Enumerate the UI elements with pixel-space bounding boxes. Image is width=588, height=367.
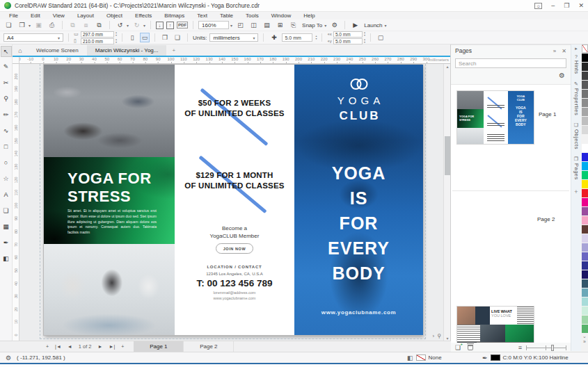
launch-label[interactable]: Launch: [364, 22, 382, 28]
menu-file[interactable]: File: [3, 13, 24, 19]
treat-as-filled-button[interactable]: ▢: [376, 33, 386, 42]
open-dropdown-icon[interactable]: ▾: [29, 23, 31, 28]
import-button[interactable]: ↓: [156, 22, 164, 29]
docker-tab-hints[interactable]: ?Hints: [573, 54, 580, 74]
color-swatch[interactable]: [582, 307, 588, 315]
home-tab-icon[interactable]: ⌂: [13, 47, 28, 56]
color-swatch[interactable]: [582, 108, 588, 116]
undo-button[interactable]: ↺: [115, 20, 125, 30]
outline-color-swatch[interactable]: [491, 354, 500, 361]
export-button[interactable]: ↑: [166, 22, 174, 29]
yoga-class-photo[interactable]: [44, 65, 175, 157]
fill-none-swatch[interactable]: [416, 354, 426, 361]
color-swatch[interactable]: [582, 180, 588, 188]
palette-expand-icon[interactable]: ⌄: [582, 334, 587, 339]
join-now-button[interactable]: JOIN NOW: [216, 243, 253, 254]
status-gear-icon[interactable]: ⚙: [6, 354, 11, 361]
page-1-item[interactable]: YOGA FORSTRESS YOGACLUB YO: [451, 85, 571, 190]
new-page-button[interactable]: ❏+: [455, 344, 461, 351]
color-swatch[interactable]: [582, 270, 588, 279]
vertical-scrollbar[interactable]: ▴ ▾: [443, 64, 450, 341]
color-swatch[interactable]: [582, 316, 588, 324]
page-width-spinner[interactable]: ▴▾: [116, 31, 117, 37]
interactive-fill-tool[interactable]: ◧: [1, 254, 12, 265]
add-docker-button[interactable]: +: [574, 188, 578, 195]
brochure-panel-stress[interactable]: YOGA FOR STRESS Sit amet. Et in aliquyam…: [44, 65, 175, 335]
page-2-label[interactable]: Page 2: [537, 216, 555, 222]
multipage-view-button[interactable]: ▤: [262, 20, 272, 30]
color-swatch[interactable]: [582, 189, 588, 197]
export-share-button[interactable]: ⎘: [288, 20, 299, 30]
save-button[interactable]: ▣: [33, 20, 44, 30]
curve-tool[interactable]: ∿: [1, 126, 12, 137]
new-document-tab-button[interactable]: +: [166, 45, 181, 56]
tab-welcome-screen[interactable]: Welcome Screen: [28, 45, 87, 56]
menu-view[interactable]: View: [47, 13, 71, 19]
page-sorter-view-button[interactable]: ◫: [248, 20, 259, 30]
portrait-button[interactable]: ▯: [127, 33, 137, 42]
menu-effects[interactable]: Effects: [129, 13, 158, 19]
color-swatch[interactable]: [582, 243, 588, 252]
menu-bitmaps[interactable]: Bitmaps: [158, 13, 191, 19]
docker-tab-pages[interactable]: ❐Pages: [573, 156, 580, 180]
paste-button[interactable]: ⧉: [94, 20, 104, 30]
duplicate-y-spinner[interactable]: ▴▾: [364, 38, 365, 44]
menu-help[interactable]: Help: [297, 13, 321, 19]
pan-zoom-icon[interactable]: ⚲: [437, 333, 441, 339]
add-page-end-button[interactable]: +: [121, 344, 124, 349]
menu-layout[interactable]: Layout: [71, 13, 100, 19]
page-height-spinner[interactable]: ▴▾: [116, 38, 117, 44]
copy-button[interactable]: ⧈: [81, 20, 91, 30]
page-1-label[interactable]: Page 1: [539, 111, 556, 117]
seated-yoga-photo[interactable]: [44, 244, 175, 335]
next-page-button[interactable]: ►: [98, 344, 103, 349]
sign-in-icon[interactable]: ☺: [534, 3, 542, 9]
snap-to-dropdown-icon[interactable]: ▾: [324, 23, 326, 28]
close-button[interactable]: ✕: [578, 2, 584, 9]
zoom-dropdown-icon[interactable]: ▾: [230, 23, 232, 28]
pick-tool[interactable]: ↖: [1, 46, 12, 57]
nudge-field[interactable]: 5.0 mm: [282, 33, 312, 42]
publish-pdf-button[interactable]: PDF: [177, 22, 188, 28]
duplicate-x-spinner[interactable]: ▴▾: [364, 31, 365, 37]
options-gear-icon[interactable]: ⚙: [329, 20, 340, 30]
color-swatch[interactable]: [582, 216, 588, 225]
thumbnail-size-slider[interactable]: [526, 344, 566, 351]
color-swatch[interactable]: [582, 162, 588, 170]
menu-edit[interactable]: Edit: [24, 13, 47, 19]
text-tool[interactable]: A: [1, 190, 12, 201]
color-swatch[interactable]: [582, 261, 588, 270]
color-swatch[interactable]: [582, 207, 588, 215]
cut-button[interactable]: ⧉: [67, 20, 78, 30]
page-tab-page-1[interactable]: Page 1: [134, 341, 184, 352]
vertical-ruler[interactable]: 2001901801701601501401301201101009080706…: [13, 64, 19, 341]
prev-page-button[interactable]: ◄: [67, 344, 72, 349]
page-1-thumbnail[interactable]: YOGA FORSTRESS YOGACLUB YO: [456, 90, 534, 145]
color-swatch[interactable]: [582, 117, 588, 125]
new-document-button[interactable]: ❏: [3, 20, 14, 30]
freehand-tool[interactable]: ✏: [1, 110, 12, 121]
docker-close-icon[interactable]: ✕: [562, 48, 566, 54]
green-stress-section[interactable]: YOGA FOR STRESS Sit amet. Et in aliquyam…: [44, 157, 175, 244]
docker-tab-properties[interactable]: ✎Properties: [573, 81, 580, 115]
color-swatch[interactable]: [582, 144, 588, 152]
all-pages-button[interactable]: ❐: [160, 33, 170, 42]
add-page-start-button[interactable]: +: [46, 344, 49, 349]
color-swatch[interactable]: [582, 72, 588, 80]
strip-expand-icon[interactable]: ▸: [575, 46, 578, 51]
print-button[interactable]: ⎙: [47, 20, 57, 30]
ellipse-tool[interactable]: ○: [1, 158, 12, 169]
color-swatch[interactable]: [582, 297, 588, 306]
color-swatch[interactable]: [582, 252, 588, 261]
tab-active-document[interactable]: Marcin Wilczynski - Yog...: [87, 45, 167, 56]
page-tab-page-2[interactable]: Page 2: [184, 341, 234, 352]
rectangle-tool[interactable]: □: [1, 142, 12, 153]
menu-text[interactable]: Text: [191, 13, 214, 19]
duplicate-x-field[interactable]: 5.0 mm: [333, 31, 363, 38]
undo-dropdown-icon[interactable]: ▾: [127, 23, 129, 28]
redo-dropdown-icon[interactable]: ▾: [143, 23, 145, 28]
crop-tool[interactable]: ✂: [1, 78, 12, 89]
nav-arrow-icon[interactable]: ›: [432, 333, 434, 339]
color-swatch[interactable]: [582, 279, 588, 288]
color-swatch[interactable]: [582, 171, 588, 179]
